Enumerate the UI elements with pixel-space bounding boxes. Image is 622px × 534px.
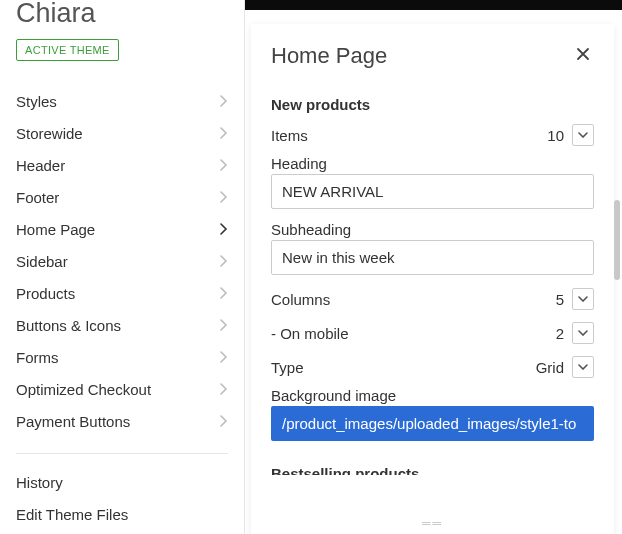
nav-item-forms[interactable]: Forms bbox=[16, 341, 228, 373]
nav-item-label: Buttons & Icons bbox=[16, 317, 121, 334]
chevron-right-icon bbox=[220, 157, 228, 174]
chevron-right-icon bbox=[220, 381, 228, 398]
sidebar: Chiara ACTIVE THEME Styles Storewide Hea… bbox=[0, 0, 245, 534]
chevron-right-icon bbox=[220, 285, 228, 302]
heading-input[interactable] bbox=[271, 174, 594, 209]
panel-header: Home Page bbox=[251, 24, 614, 84]
nav-item-label: Edit Theme Files bbox=[16, 506, 128, 523]
nav-item-label: Styles bbox=[16, 93, 57, 110]
chevron-right-icon bbox=[220, 93, 228, 110]
nav-item-header[interactable]: Header bbox=[16, 149, 228, 181]
nav-item-buttons-icons[interactable]: Buttons & Icons bbox=[16, 309, 228, 341]
panel-title: Home Page bbox=[271, 43, 387, 69]
chevron-right-icon bbox=[220, 189, 228, 206]
section-title-new-products: New products bbox=[271, 96, 594, 113]
chevron-right-icon bbox=[220, 125, 228, 142]
nav-item-label: Header bbox=[16, 157, 65, 174]
nav-item-sidebar[interactable]: Sidebar bbox=[16, 245, 228, 277]
chevron-right-icon bbox=[220, 253, 228, 270]
chevron-right-icon bbox=[220, 349, 228, 366]
active-theme-badge: ACTIVE THEME bbox=[16, 39, 119, 61]
nav-item-edit-theme-files[interactable]: Edit Theme Files bbox=[16, 498, 228, 530]
main: Home Page New products Items 10 Hea bbox=[245, 0, 622, 534]
nav-item-home-page[interactable]: Home Page bbox=[16, 213, 228, 245]
nav-item-label: Products bbox=[16, 285, 75, 302]
on-mobile-label: - On mobile bbox=[271, 325, 546, 342]
nav-item-label: Sidebar bbox=[16, 253, 68, 270]
items-label: Items bbox=[271, 127, 546, 144]
section-title-bestselling: Bestselling products bbox=[271, 465, 594, 482]
on-mobile-row: - On mobile 2 bbox=[271, 317, 594, 349]
nav-item-label: Optimized Checkout bbox=[16, 381, 151, 398]
close-button[interactable] bbox=[572, 42, 594, 70]
items-dropdown[interactable] bbox=[572, 124, 594, 146]
nav-item-payment-buttons[interactable]: Payment Buttons bbox=[16, 405, 228, 437]
chevron-right-icon bbox=[220, 317, 228, 334]
chevron-down-icon bbox=[578, 330, 588, 336]
divider bbox=[16, 453, 228, 454]
nav-item-styles[interactable]: Styles bbox=[16, 85, 228, 117]
drag-handle[interactable]: ══ bbox=[422, 516, 443, 530]
columns-row: Columns 5 bbox=[271, 283, 594, 315]
close-icon bbox=[576, 47, 590, 61]
bg-label: Background image bbox=[271, 387, 594, 404]
subheading-label: Subheading bbox=[271, 221, 594, 238]
preview-top-strip bbox=[245, 0, 622, 10]
type-dropdown[interactable] bbox=[572, 356, 594, 378]
on-mobile-dropdown[interactable] bbox=[572, 322, 594, 344]
items-row: Items 10 bbox=[271, 119, 594, 151]
type-label: Type bbox=[271, 359, 536, 376]
scrollbar-thumb[interactable] bbox=[614, 200, 620, 280]
nav-item-label: Storewide bbox=[16, 125, 83, 142]
chevron-down-icon bbox=[578, 132, 588, 138]
chevron-right-icon bbox=[220, 413, 228, 430]
subheading-input[interactable] bbox=[271, 240, 594, 275]
settings-panel: Home Page New products Items 10 Hea bbox=[251, 24, 614, 534]
columns-value: 5 bbox=[546, 291, 564, 308]
items-value: 10 bbox=[546, 127, 564, 144]
bg-input[interactable]: /product_images/uploaded_images/style1-t… bbox=[271, 406, 594, 441]
nav-item-history[interactable]: History bbox=[16, 466, 228, 498]
nav-item-products[interactable]: Products bbox=[16, 277, 228, 309]
panel-body: New products Items 10 Heading Subheading bbox=[251, 84, 614, 534]
chevron-down-icon bbox=[578, 296, 588, 302]
chevron-right-icon bbox=[220, 221, 228, 238]
columns-label: Columns bbox=[271, 291, 546, 308]
type-value: Grid bbox=[536, 359, 564, 376]
columns-dropdown[interactable] bbox=[572, 288, 594, 310]
nav-item-label: Payment Buttons bbox=[16, 413, 130, 430]
nav-item-label: Footer bbox=[16, 189, 59, 206]
heading-label: Heading bbox=[271, 155, 594, 172]
nav-item-label: History bbox=[16, 474, 63, 491]
nav-item-label: Home Page bbox=[16, 221, 95, 238]
chevron-down-icon bbox=[578, 364, 588, 370]
on-mobile-value: 2 bbox=[546, 325, 564, 342]
scrollbar[interactable] bbox=[614, 200, 620, 320]
nav-item-optimized-checkout[interactable]: Optimized Checkout bbox=[16, 373, 228, 405]
nav-item-label: Forms bbox=[16, 349, 59, 366]
theme-name: Chiara bbox=[16, 0, 228, 27]
nav-item-footer[interactable]: Footer bbox=[16, 181, 228, 213]
nav-item-storewide[interactable]: Storewide bbox=[16, 117, 228, 149]
type-row: Type Grid bbox=[271, 351, 594, 383]
